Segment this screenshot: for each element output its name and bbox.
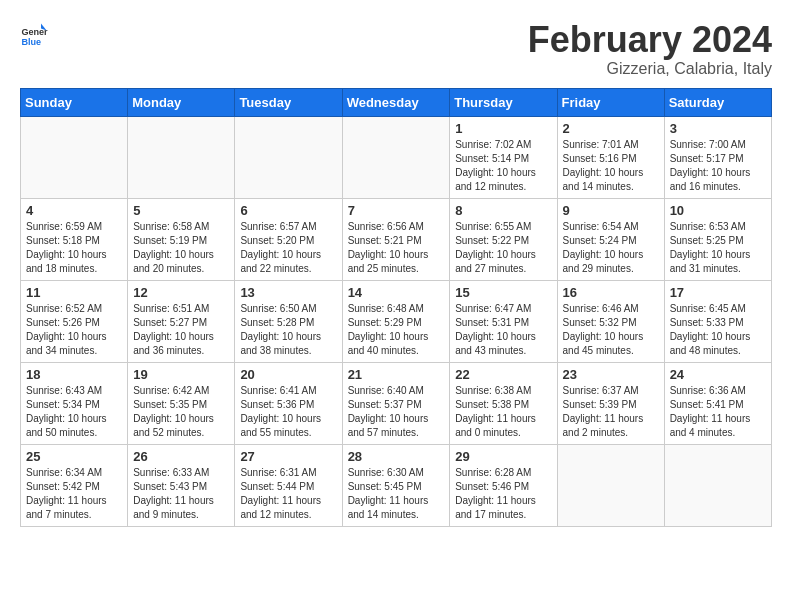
col-friday: Friday bbox=[557, 88, 664, 116]
day-info: Sunrise: 6:41 AMSunset: 5:36 PMDaylight:… bbox=[240, 384, 336, 440]
day-number: 19 bbox=[133, 367, 229, 382]
day-info: Sunrise: 6:51 AMSunset: 5:27 PMDaylight:… bbox=[133, 302, 229, 358]
calendar-week-4: 18Sunrise: 6:43 AMSunset: 5:34 PMDayligh… bbox=[21, 362, 772, 444]
table-cell: 23Sunrise: 6:37 AMSunset: 5:39 PMDayligh… bbox=[557, 362, 664, 444]
table-cell: 25Sunrise: 6:34 AMSunset: 5:42 PMDayligh… bbox=[21, 444, 128, 526]
table-cell: 6Sunrise: 6:57 AMSunset: 5:20 PMDaylight… bbox=[235, 198, 342, 280]
day-number: 3 bbox=[670, 121, 766, 136]
table-cell: 15Sunrise: 6:47 AMSunset: 5:31 PMDayligh… bbox=[450, 280, 557, 362]
col-saturday: Saturday bbox=[664, 88, 771, 116]
main-title: February 2024 bbox=[528, 20, 772, 60]
day-number: 1 bbox=[455, 121, 551, 136]
day-number: 29 bbox=[455, 449, 551, 464]
table-cell: 4Sunrise: 6:59 AMSunset: 5:18 PMDaylight… bbox=[21, 198, 128, 280]
day-number: 23 bbox=[563, 367, 659, 382]
calendar-week-5: 25Sunrise: 6:34 AMSunset: 5:42 PMDayligh… bbox=[21, 444, 772, 526]
day-info: Sunrise: 6:38 AMSunset: 5:38 PMDaylight:… bbox=[455, 384, 551, 440]
table-cell bbox=[342, 116, 450, 198]
day-info: Sunrise: 6:53 AMSunset: 5:25 PMDaylight:… bbox=[670, 220, 766, 276]
day-info: Sunrise: 6:59 AMSunset: 5:18 PMDaylight:… bbox=[26, 220, 122, 276]
day-number: 20 bbox=[240, 367, 336, 382]
table-cell: 14Sunrise: 6:48 AMSunset: 5:29 PMDayligh… bbox=[342, 280, 450, 362]
day-info: Sunrise: 6:48 AMSunset: 5:29 PMDaylight:… bbox=[348, 302, 445, 358]
day-number: 24 bbox=[670, 367, 766, 382]
table-cell: 8Sunrise: 6:55 AMSunset: 5:22 PMDaylight… bbox=[450, 198, 557, 280]
day-info: Sunrise: 6:54 AMSunset: 5:24 PMDaylight:… bbox=[563, 220, 659, 276]
table-cell bbox=[664, 444, 771, 526]
table-cell: 2Sunrise: 7:01 AMSunset: 5:16 PMDaylight… bbox=[557, 116, 664, 198]
day-number: 27 bbox=[240, 449, 336, 464]
day-number: 13 bbox=[240, 285, 336, 300]
day-number: 12 bbox=[133, 285, 229, 300]
col-monday: Monday bbox=[128, 88, 235, 116]
day-number: 16 bbox=[563, 285, 659, 300]
day-info: Sunrise: 7:02 AMSunset: 5:14 PMDaylight:… bbox=[455, 138, 551, 194]
table-cell: 13Sunrise: 6:50 AMSunset: 5:28 PMDayligh… bbox=[235, 280, 342, 362]
day-info: Sunrise: 7:01 AMSunset: 5:16 PMDaylight:… bbox=[563, 138, 659, 194]
day-info: Sunrise: 6:43 AMSunset: 5:34 PMDaylight:… bbox=[26, 384, 122, 440]
table-cell: 24Sunrise: 6:36 AMSunset: 5:41 PMDayligh… bbox=[664, 362, 771, 444]
table-cell: 1Sunrise: 7:02 AMSunset: 5:14 PMDaylight… bbox=[450, 116, 557, 198]
day-info: Sunrise: 7:00 AMSunset: 5:17 PMDaylight:… bbox=[670, 138, 766, 194]
title-area: February 2024 Gizzeria, Calabria, Italy bbox=[528, 20, 772, 78]
table-cell: 22Sunrise: 6:38 AMSunset: 5:38 PMDayligh… bbox=[450, 362, 557, 444]
day-number: 18 bbox=[26, 367, 122, 382]
day-number: 6 bbox=[240, 203, 336, 218]
calendar-week-1: 1Sunrise: 7:02 AMSunset: 5:14 PMDaylight… bbox=[21, 116, 772, 198]
table-cell: 12Sunrise: 6:51 AMSunset: 5:27 PMDayligh… bbox=[128, 280, 235, 362]
day-info: Sunrise: 6:36 AMSunset: 5:41 PMDaylight:… bbox=[670, 384, 766, 440]
day-number: 8 bbox=[455, 203, 551, 218]
day-info: Sunrise: 6:47 AMSunset: 5:31 PMDaylight:… bbox=[455, 302, 551, 358]
day-number: 21 bbox=[348, 367, 445, 382]
day-number: 5 bbox=[133, 203, 229, 218]
logo: General Blue bbox=[20, 20, 48, 48]
day-info: Sunrise: 6:52 AMSunset: 5:26 PMDaylight:… bbox=[26, 302, 122, 358]
page-header: General Blue February 2024 Gizzeria, Cal… bbox=[20, 20, 772, 78]
table-cell: 21Sunrise: 6:40 AMSunset: 5:37 PMDayligh… bbox=[342, 362, 450, 444]
day-number: 11 bbox=[26, 285, 122, 300]
table-cell: 10Sunrise: 6:53 AMSunset: 5:25 PMDayligh… bbox=[664, 198, 771, 280]
day-number: 10 bbox=[670, 203, 766, 218]
calendar-week-2: 4Sunrise: 6:59 AMSunset: 5:18 PMDaylight… bbox=[21, 198, 772, 280]
day-number: 2 bbox=[563, 121, 659, 136]
col-thursday: Thursday bbox=[450, 88, 557, 116]
subtitle: Gizzeria, Calabria, Italy bbox=[528, 60, 772, 78]
day-number: 15 bbox=[455, 285, 551, 300]
col-tuesday: Tuesday bbox=[235, 88, 342, 116]
day-info: Sunrise: 6:37 AMSunset: 5:39 PMDaylight:… bbox=[563, 384, 659, 440]
day-info: Sunrise: 6:55 AMSunset: 5:22 PMDaylight:… bbox=[455, 220, 551, 276]
logo-icon: General Blue bbox=[20, 20, 48, 48]
table-cell: 5Sunrise: 6:58 AMSunset: 5:19 PMDaylight… bbox=[128, 198, 235, 280]
table-cell: 9Sunrise: 6:54 AMSunset: 5:24 PMDaylight… bbox=[557, 198, 664, 280]
col-wednesday: Wednesday bbox=[342, 88, 450, 116]
day-info: Sunrise: 6:33 AMSunset: 5:43 PMDaylight:… bbox=[133, 466, 229, 522]
table-cell bbox=[128, 116, 235, 198]
table-cell: 26Sunrise: 6:33 AMSunset: 5:43 PMDayligh… bbox=[128, 444, 235, 526]
day-info: Sunrise: 6:56 AMSunset: 5:21 PMDaylight:… bbox=[348, 220, 445, 276]
day-info: Sunrise: 6:31 AMSunset: 5:44 PMDaylight:… bbox=[240, 466, 336, 522]
day-info: Sunrise: 6:30 AMSunset: 5:45 PMDaylight:… bbox=[348, 466, 445, 522]
table-cell: 11Sunrise: 6:52 AMSunset: 5:26 PMDayligh… bbox=[21, 280, 128, 362]
day-info: Sunrise: 6:40 AMSunset: 5:37 PMDaylight:… bbox=[348, 384, 445, 440]
table-cell: 16Sunrise: 6:46 AMSunset: 5:32 PMDayligh… bbox=[557, 280, 664, 362]
day-number: 4 bbox=[26, 203, 122, 218]
day-info: Sunrise: 6:45 AMSunset: 5:33 PMDaylight:… bbox=[670, 302, 766, 358]
day-number: 14 bbox=[348, 285, 445, 300]
day-info: Sunrise: 6:50 AMSunset: 5:28 PMDaylight:… bbox=[240, 302, 336, 358]
table-cell: 27Sunrise: 6:31 AMSunset: 5:44 PMDayligh… bbox=[235, 444, 342, 526]
table-cell: 3Sunrise: 7:00 AMSunset: 5:17 PMDaylight… bbox=[664, 116, 771, 198]
day-info: Sunrise: 6:34 AMSunset: 5:42 PMDaylight:… bbox=[26, 466, 122, 522]
day-number: 22 bbox=[455, 367, 551, 382]
day-number: 28 bbox=[348, 449, 445, 464]
table-cell bbox=[21, 116, 128, 198]
day-number: 17 bbox=[670, 285, 766, 300]
table-cell: 19Sunrise: 6:42 AMSunset: 5:35 PMDayligh… bbox=[128, 362, 235, 444]
day-info: Sunrise: 6:46 AMSunset: 5:32 PMDaylight:… bbox=[563, 302, 659, 358]
col-sunday: Sunday bbox=[21, 88, 128, 116]
calendar-week-3: 11Sunrise: 6:52 AMSunset: 5:26 PMDayligh… bbox=[21, 280, 772, 362]
day-info: Sunrise: 6:57 AMSunset: 5:20 PMDaylight:… bbox=[240, 220, 336, 276]
day-info: Sunrise: 6:42 AMSunset: 5:35 PMDaylight:… bbox=[133, 384, 229, 440]
day-info: Sunrise: 6:58 AMSunset: 5:19 PMDaylight:… bbox=[133, 220, 229, 276]
day-number: 9 bbox=[563, 203, 659, 218]
day-number: 7 bbox=[348, 203, 445, 218]
